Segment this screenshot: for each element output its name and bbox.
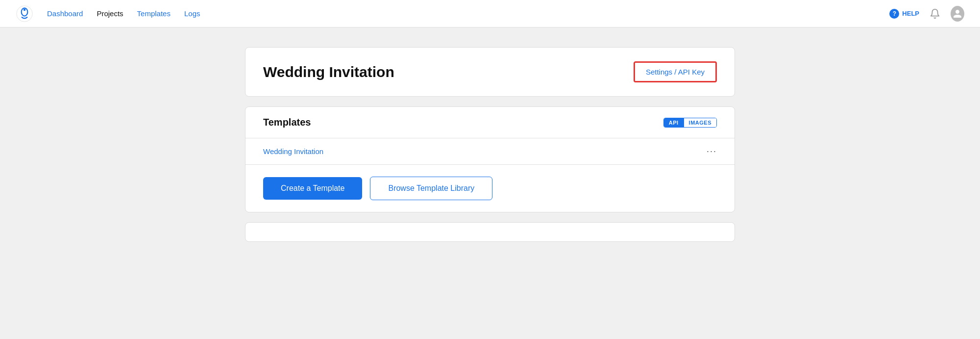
notifications-icon[interactable] (928, 7, 942, 21)
help-label: HELP (902, 10, 919, 17)
settings-api-key-button[interactable]: Settings / API Key (634, 61, 717, 82)
browse-template-library-button[interactable]: Browse Template Library (370, 177, 492, 200)
avatar-circle (951, 6, 964, 22)
template-actions: Create a Template Browse Template Librar… (245, 165, 735, 212)
images-badge[interactable]: IMAGES (684, 118, 716, 127)
template-row: Wedding Invitation ··· (245, 138, 735, 165)
view-toggle-badges: API IMAGES (663, 118, 717, 128)
nav-logs[interactable]: Logs (184, 9, 200, 18)
nav-templates[interactable]: Templates (137, 9, 171, 18)
bottom-partial-card (245, 222, 735, 242)
main-content: Wedding Invitation Settings / API Key Te… (245, 27, 735, 261)
templates-card-header: Templates API IMAGES (245, 107, 735, 138)
user-avatar[interactable] (951, 7, 964, 21)
api-badge[interactable]: API (664, 118, 684, 127)
svg-point-2 (24, 8, 26, 11)
template-name-link[interactable]: Wedding Invitation (263, 147, 323, 156)
project-title: Wedding Invitation (263, 64, 394, 80)
nav-projects[interactable]: Projects (97, 9, 123, 18)
nav-right: ? HELP (889, 7, 964, 21)
nav-dashboard[interactable]: Dashboard (47, 9, 83, 18)
project-header-card: Wedding Invitation Settings / API Key (245, 47, 735, 97)
help-button[interactable]: ? HELP (889, 9, 919, 19)
logo[interactable] (16, 5, 33, 23)
create-template-button[interactable]: Create a Template (263, 177, 362, 200)
help-icon: ? (889, 9, 899, 19)
template-options-menu[interactable]: ··· (707, 146, 717, 156)
nav-links: Dashboard Projects Templates Logs (47, 9, 889, 18)
navbar: Dashboard Projects Templates Logs ? HELP (0, 0, 980, 27)
templates-section-title: Templates (263, 117, 311, 128)
templates-card: Templates API IMAGES Wedding Invitation … (245, 106, 735, 212)
